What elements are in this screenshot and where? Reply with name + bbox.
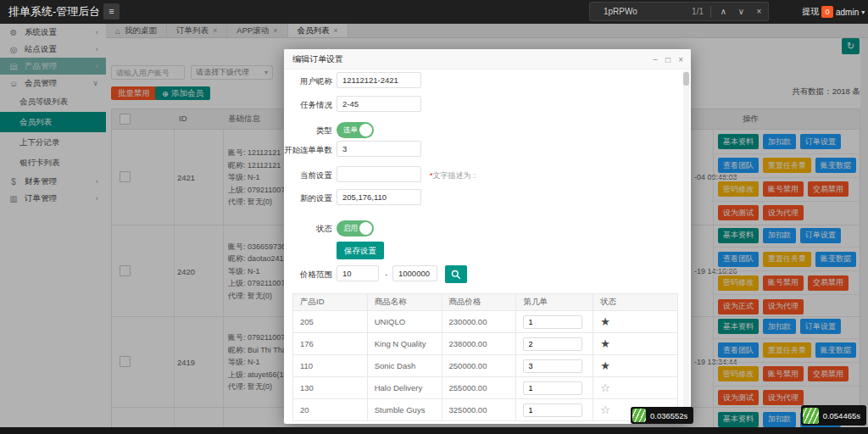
field-label-current-setting: 当前设置: [284, 170, 332, 181]
scrollbar-thumb[interactable]: [683, 72, 689, 86]
divider: [710, 6, 711, 18]
product-name: King N Quality: [367, 333, 442, 355]
product-name: UNIQLO: [367, 311, 442, 333]
save-settings-button[interactable]: 保存设置: [337, 242, 384, 259]
star-icon[interactable]: ★: [593, 355, 678, 377]
new-setting-input[interactable]: [337, 189, 421, 205]
withdraw-label: 提现: [802, 6, 819, 18]
edit-order-settings-modal: 编辑订单设置 − □ × 用户昵称 任务情况 类型 连单 开始连单单数 当前设置…: [284, 49, 691, 424]
field-label-nickname: 用户昵称: [284, 76, 332, 87]
status-toggle[interactable]: 启用: [337, 220, 374, 236]
username: admin: [836, 8, 859, 17]
product-name: Sonic Dash: [367, 355, 442, 377]
table-row: 20 Stumble Guys 325000.00 ☆: [293, 399, 678, 421]
app-title: 排单系统-管理后台: [8, 0, 100, 24]
search-icon: [451, 270, 461, 280]
find-next-icon[interactable]: ∨: [732, 7, 750, 16]
field-label-price-range: 价格范围: [284, 270, 332, 281]
product-price: 230000.00: [442, 311, 516, 333]
product-id: 130: [293, 377, 368, 399]
order-index-input[interactable]: [523, 403, 582, 417]
field-label-new-setting: 新的设置: [284, 193, 332, 204]
product-id: 110: [293, 355, 368, 377]
order-index-input[interactable]: [523, 315, 582, 329]
field-label-start-count: 开始连单单数: [284, 145, 332, 156]
task-input[interactable]: [337, 96, 421, 112]
field-label-type: 类型: [284, 125, 332, 136]
profiler-time: 0.054465s: [823, 411, 860, 420]
product-name: Halo Delivery: [367, 377, 442, 399]
current-setting-input[interactable]: [337, 166, 421, 182]
price-search-button[interactable]: [445, 265, 467, 283]
products-table-header: 产品ID 商品名称 商品价格 第几单 状态: [293, 294, 678, 311]
order-index-input[interactable]: [523, 359, 582, 373]
profiler-icon: [803, 408, 819, 424]
field-label-status: 状态: [284, 224, 332, 235]
profiler-icon: [632, 409, 646, 422]
table-row: 205 UNIQLO 230000.00 ★: [293, 311, 678, 333]
column-header-product-name: 商品名称: [367, 294, 442, 311]
products-table: 产品ID 商品名称 商品价格 第几单 状态 205 UNIQLO 230000.…: [292, 293, 678, 421]
column-header-product-price: 商品价格: [442, 294, 516, 311]
product-price: 238000.00: [442, 333, 516, 355]
modal-scrollbar[interactable]: ▾: [683, 71, 689, 421]
browser-find-bar: 1pRPWo 1/1 ∧ ∨ ×: [589, 2, 769, 21]
withdraw-count-badge: 0: [821, 6, 833, 18]
price-max-input[interactable]: [392, 265, 437, 281]
product-id: 176: [293, 333, 368, 355]
type-toggle[interactable]: 连单: [337, 122, 374, 138]
profiler-badge-modal: 0.036552s: [631, 407, 693, 424]
find-match-count: 1/1: [692, 7, 704, 16]
nickname-input[interactable]: [337, 72, 421, 88]
profiler-time: 0.036552s: [650, 411, 687, 420]
column-header-order-index: 第几单: [516, 294, 593, 311]
maximize-icon[interactable]: □: [665, 55, 670, 64]
find-close-icon[interactable]: ×: [750, 7, 768, 16]
product-price: 250000.00: [442, 355, 516, 377]
withdraw-menu[interactable]: 提现 0: [802, 0, 833, 24]
column-header-status: 状态: [593, 294, 678, 311]
modal-controls: − □ ×: [653, 49, 683, 70]
star-outline-icon[interactable]: ☆: [593, 377, 678, 399]
order-index-input[interactable]: [523, 337, 582, 351]
column-header-product-id: 产品ID: [293, 294, 368, 311]
hamburger-menu-icon[interactable]: ≡: [103, 3, 120, 19]
close-icon[interactable]: ×: [678, 55, 683, 64]
order-index-input[interactable]: [523, 381, 582, 395]
table-row: 110 Sonic Dash 250000.00 ★: [293, 355, 678, 377]
modal-title: 编辑订单设置: [284, 49, 691, 70]
find-query-input[interactable]: 1pRPWo: [604, 7, 692, 16]
product-price: 325000.00: [442, 399, 516, 421]
user-menu[interactable]: admin ▾: [836, 0, 865, 24]
find-previous-icon[interactable]: ∧: [715, 7, 732, 16]
table-row: 130 Halo Delivery 255000.00 ☆: [293, 377, 678, 399]
product-id: 205: [293, 311, 368, 333]
product-name: Stumble Guys: [367, 399, 442, 421]
product-price: 255000.00: [442, 377, 516, 399]
price-min-input[interactable]: [337, 265, 379, 281]
price-range-separator: -: [385, 270, 387, 279]
field-label-task: 任务情况: [284, 100, 332, 111]
profiler-badge-page: 0.054465s: [801, 405, 866, 426]
current-setting-note: *文字描述为：: [430, 170, 479, 181]
top-bar: 排单系统-管理后台 ≡ 1pRPWo 1/1 ∧ ∨ × 提现 0 admin …: [0, 0, 868, 24]
minimize-icon[interactable]: −: [653, 55, 658, 64]
chevron-down-icon: ▾: [861, 8, 865, 16]
bottom-bar: [0, 427, 868, 434]
product-id: 20: [293, 399, 368, 421]
note-text: 文字描述为：: [433, 171, 479, 180]
star-icon[interactable]: ★: [593, 311, 678, 333]
table-row: 176 King N Quality 238000.00 ★: [293, 333, 678, 355]
start-count-input[interactable]: [337, 141, 421, 157]
star-icon[interactable]: ★: [593, 333, 678, 355]
